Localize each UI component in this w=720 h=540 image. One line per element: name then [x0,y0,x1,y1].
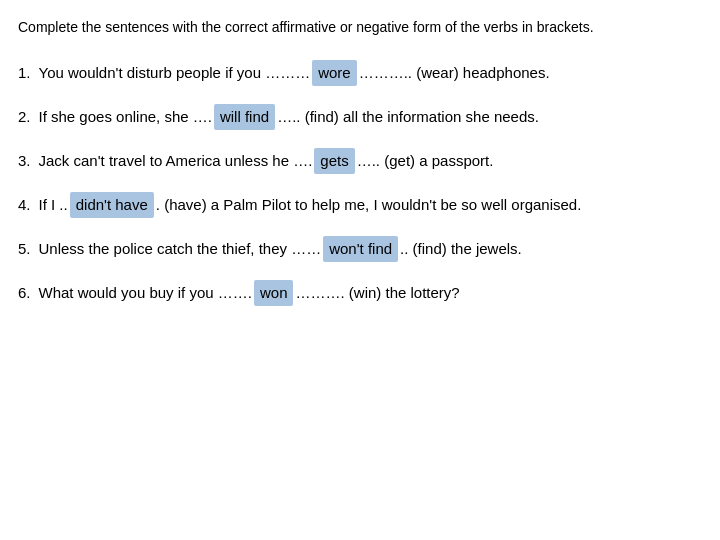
sentence-text: If I .. [39,193,68,217]
sentence-text: ….. (get) a passport. [357,149,494,173]
list-item: 6. What would you buy if you ……. won ………… [18,280,702,306]
sentence-text: ……….. (wear) headphones. [359,61,550,85]
sentence-text: If she goes online, she …. [39,105,212,129]
list-item: 4. If I .. didn't have . (have) a Palm P… [18,192,702,218]
sentence-text: Unless the police catch the thief, they … [39,237,322,261]
sentence-text: . (have) a Palm Pilot to help me, I woul… [156,193,582,217]
sentence-text: .. (find) the jewels. [400,237,522,261]
list-item: 3. Jack can't travel to America unless h… [18,148,702,174]
highlighted-answer: didn't have [70,192,154,218]
sentence-number: 3. [18,149,31,173]
sentence-text: Jack can't travel to America unless he …… [39,149,313,173]
highlighted-answer: won [254,280,294,306]
sentence-number: 1. [18,61,31,85]
highlighted-answer: wore [312,60,357,86]
sentence-number: 2. [18,105,31,129]
sentence-text: You wouldn't disturb people if you ……… [39,61,311,85]
sentence-number: 4. [18,193,31,217]
sentence-text: What would you buy if you ……. [39,281,252,305]
sentence-text: ………. (win) the lottery? [295,281,459,305]
list-item: 1. You wouldn't disturb people if you ……… [18,60,702,86]
highlighted-answer: gets [314,148,354,174]
list-item: 5. Unless the police catch the thief, th… [18,236,702,262]
instruction: Complete the sentences with the correct … [18,18,702,38]
sentence-number: 5. [18,237,31,261]
highlighted-answer: won't find [323,236,398,262]
list-item: 2. If she goes online, she …. will find … [18,104,702,130]
sentence-number: 6. [18,281,31,305]
sentence-list: 1. You wouldn't disturb people if you ……… [18,60,702,306]
highlighted-answer: will find [214,104,275,130]
sentence-text: ….. (find) all the information she needs… [277,105,539,129]
